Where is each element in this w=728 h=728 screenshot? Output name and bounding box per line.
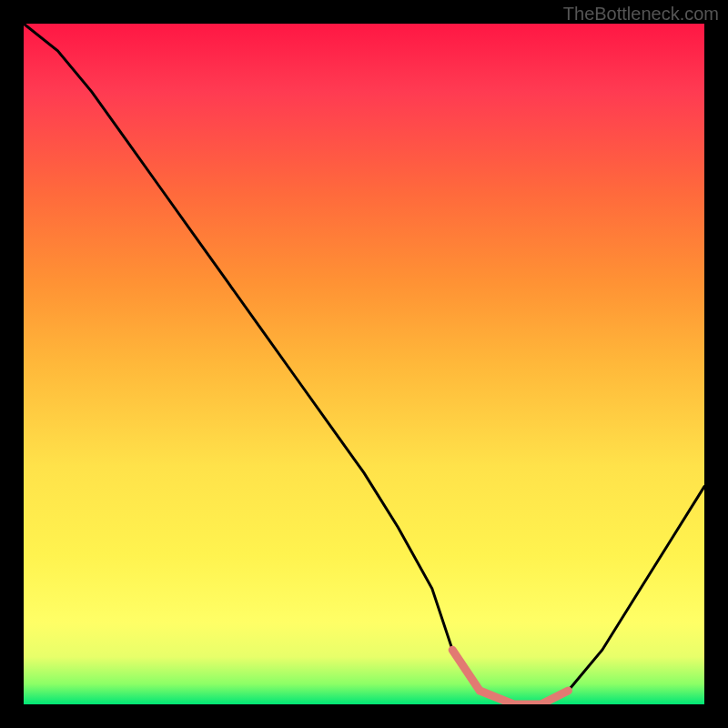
optimal-segment-line bbox=[452, 650, 568, 704]
curve-svg bbox=[24, 24, 704, 704]
bottleneck-curve-line bbox=[24, 24, 704, 704]
watermark-text: TheBottleneck.com bbox=[563, 4, 719, 25]
chart-area bbox=[24, 24, 704, 704]
